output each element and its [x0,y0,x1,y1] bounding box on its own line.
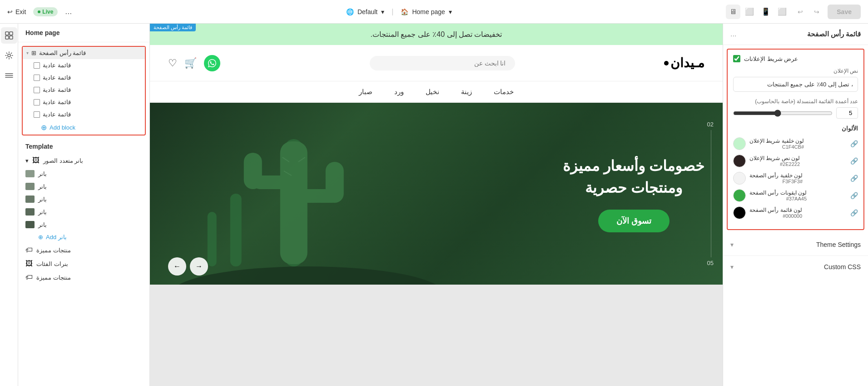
template-item-banner-multi[interactable]: ▾ 🖼 بانر متعدد الصور [22,154,146,167]
chevron-down-icon2: ▾ [449,8,452,15]
redo-button[interactable]: ↪ [809,5,824,19]
color-swatch-5[interactable] [733,206,746,219]
template-item-featured1[interactable]: 🏷 منتجات مميزة [18,243,149,257]
custom-css-row[interactable]: ▾ Custom CSS [723,256,868,278]
nav-item-ورد[interactable]: ورد [394,88,404,96]
device-icon-mobile[interactable]: 📱 [759,5,773,19]
cat-icon: 🖼 [25,260,33,268]
template-item-b5[interactable]: بانر [22,218,146,231]
template-header: Template [18,139,149,154]
color-swatch-3[interactable] [733,172,746,185]
next-arrow[interactable]: → [190,257,208,276]
logo-dot [664,61,669,65]
sidebar-icon-settings[interactable] [1,47,17,64]
navigation: خدمات زينة نخيل ورد صبار [150,81,723,103]
color-row-2: 🔗 لون نص شريط الإعلان #2E2222 [733,155,858,167]
hero-cta-button[interactable]: تسوق الآن [598,210,670,232]
template-item-cat[interactable]: 🖼 بنرات الفئات [18,257,149,271]
chevron-down-icon: ▾ [381,8,384,15]
tree-item-nav1[interactable]: قائمة عادية [23,59,145,71]
page-tree-panel: Home page ▾ ⊞ قائمة رأس الصفحة قائمة عاد… [18,24,150,386]
color-row-3: 🔗 لون خلفية رأس الصفحة #F3F3F3 [733,172,858,185]
whatsapp-icon[interactable] [204,55,220,71]
right-panel: ... قائمة رأس الصفحة عرض شريط الإعلانات … [723,24,868,386]
columns-slider-group: عدد أعمدة القائمة المنسدلة (خاصة بالحاسو… [733,98,858,119]
tree-item-nav2[interactable]: قائمة عادية [23,71,145,84]
tree-item-nav3[interactable]: قائمة عادية [23,84,145,96]
homepage-selector[interactable]: 🏠 Home page ▾ [401,8,451,15]
color-link-icon-3[interactable]: 🔗 [850,175,858,182]
plus-icon: ⊕ [41,123,47,132]
theme-settings-row[interactable]: ▾ Theme Settings [723,234,868,256]
left-sidebar [0,24,18,386]
color-swatch-1[interactable] [733,137,746,150]
device-icons: 🖥 ⬜ 📱 ⬜ [726,5,789,19]
undo-button[interactable]: ↩ [793,5,808,19]
prev-arrow[interactable]: ← [168,257,186,276]
device-icon-tablet[interactable]: ⬜ [742,5,757,19]
color-link-icon-2[interactable]: 🔗 [850,157,858,165]
add-block-button[interactable]: ⊕ Add block [23,120,145,135]
template-item-b1[interactable]: بانر [22,167,146,180]
banner1-label: بانر [38,170,47,177]
cat-label: بنرات الفئات [36,261,68,267]
topbar-center: 🌐 Default ▾ | 🏠 Home page ▾ [346,8,452,16]
color-swatch-2[interactable] [733,155,746,167]
template-item-b4[interactable]: بانر [22,206,146,218]
default-selector[interactable]: 🌐 Default ▾ [346,8,384,15]
color-info-1: لون خلفية شريط الإعلان #C1F4CB [733,137,847,150]
color-link-icon-1[interactable]: 🔗 [850,140,858,147]
sidebar-icon-pages[interactable] [1,27,17,44]
columns-value-input[interactable] [836,107,858,119]
color-info-4: لون ايقونات رأس الصفحة #37AA45 [733,189,847,202]
cart-icon[interactable]: 🛒 [184,57,197,69]
panel-more-button[interactable]: ... [730,30,736,38]
add-banner-button[interactable]: ⊕ Add بانر [22,231,146,243]
hero-title: خصومات وأسعار مميزة ومنتجات حصرية [563,155,704,199]
template-item-b3[interactable]: بانر [22,193,146,206]
device-icon-desktop[interactable]: 🖥 [726,5,740,19]
nav-item-خدمات[interactable]: خدمات [494,88,514,96]
more-button[interactable]: ... [65,7,72,16]
template-item-featured2[interactable]: 🏷 منتجات مميزة [18,271,149,284]
nav-item-نخيل[interactable]: نخيل [426,88,439,96]
tree-item-nav5-label: قائمة عادية [43,111,71,118]
search-input[interactable] [370,56,515,70]
columns-label: عدد أعمدة القائمة المنسدلة (خاصة بالحاسو… [733,98,858,105]
live-dot [38,10,40,13]
featured-icon2: 🏷 [25,273,33,281]
columns-slider[interactable] [733,110,833,117]
wishlist-icon[interactable]: ♡ [168,57,177,69]
divider: | [392,8,393,16]
template-item-b2[interactable]: بانر [22,180,146,193]
sidebar-icon-blocks[interactable] [1,67,17,84]
announcement-bar: قائمة رأس الصفحة تخفيضات تصل إلى 40٪ على… [150,24,723,45]
color-link-icon-5[interactable]: 🔗 [850,209,858,216]
tree-item-header[interactable]: ▾ ⊞ قائمة رأس الصفحة [23,47,145,59]
tree-item-header-label: قائمة رأس الصفحة [39,50,86,56]
color-info-3: لون خلفية رأس الصفحة #F3F3F3 [733,172,847,185]
exit-button[interactable]: ↩ Exit [7,8,26,15]
tree-item-nav5[interactable]: قائمة عادية [23,108,145,120]
frame-icon3 [34,87,40,93]
show-bar-checkbox[interactable] [733,55,740,62]
banner-thumb3 [25,196,35,203]
device-icon-other[interactable]: ⬜ [775,5,789,19]
canvas-scroll[interactable]: قائمة رأس الصفحة تخفيضات تصل إلى 40٪ على… [150,24,723,386]
frame-icon2 [34,75,40,81]
color-link-icon-4[interactable]: 🔗 [850,192,858,199]
live-label: Live [42,9,53,15]
nav-item-زينة[interactable]: زينة [461,88,472,96]
topbar-right: 🖥 ⬜ 📱 ⬜ ↩ ↪ Save [726,5,861,19]
custom-css-label: Custom CSS [824,263,861,271]
announcement-text: تخفيضات تصل إلى 40٪ على جميع المنتجات. [371,30,502,38]
color-label-3: لون خلفية رأس الصفحة #F3F3F3 [749,172,803,184]
ad-text-input[interactable] [733,77,858,92]
save-button[interactable]: Save [828,5,861,19]
color-swatch-4[interactable] [733,189,746,202]
canvas-area: قائمة رأس الصفحة تخفيضات تصل إلى 40٪ على… [150,24,723,386]
nav-item-صبار[interactable]: صبار [359,88,372,96]
homepage-label: Home page [412,8,445,15]
exit-label: Exit [15,8,26,15]
tree-item-nav4[interactable]: قائمة عادية [23,96,145,108]
